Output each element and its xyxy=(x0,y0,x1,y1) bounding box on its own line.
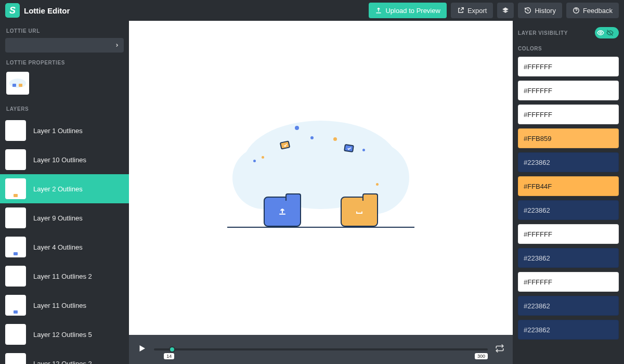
color-swatch[interactable]: #FFFFFF xyxy=(518,81,619,100)
layers-list: Layer 1 OutlinesLayer 10 OutlinesLayer 2… xyxy=(0,116,129,364)
color-swatch[interactable]: #223862 xyxy=(518,200,619,220)
layer-thumbnail xyxy=(5,237,26,257)
layer-thumbnail xyxy=(5,149,26,170)
layer-item[interactable]: Layer 10 Outlines xyxy=(0,145,129,174)
layers-icon xyxy=(502,7,509,14)
color-swatch[interactable]: #FFFFFF xyxy=(518,272,619,292)
preview-canvas[interactable] xyxy=(129,21,513,335)
color-swatch[interactable]: #223862 xyxy=(518,296,619,316)
layer-label: Layer 12 Outlines 5 xyxy=(33,331,92,339)
eye-icon xyxy=(597,29,604,36)
timeline-playhead[interactable] xyxy=(169,346,175,353)
layer-label: Layer 2 Outlines xyxy=(33,185,83,193)
layer-thumbnail xyxy=(5,353,26,364)
svg-point-1 xyxy=(9,79,26,88)
upload-icon xyxy=(375,7,382,14)
eye-off-icon xyxy=(606,29,614,36)
layer-item[interactable]: Layer 1 Outlines xyxy=(0,116,129,145)
layers-button[interactable] xyxy=(497,3,514,18)
svg-rect-3 xyxy=(19,84,22,87)
loop-button[interactable] xyxy=(495,344,504,355)
color-swatch[interactable]: #223862 xyxy=(518,248,619,268)
folder-orange xyxy=(341,197,378,227)
timeline: 14 300 xyxy=(129,335,513,364)
sidebar-right: LAYER VISIBILITY COLORS #FFFFFF#FFFFFF#F… xyxy=(513,21,624,364)
layer-label: Layer 1 Outlines xyxy=(33,127,83,135)
layer-item[interactable]: Layer 11 Outlines 2 xyxy=(0,262,129,291)
visibility-toggle[interactable] xyxy=(595,27,619,38)
color-swatch[interactable]: #FFFFFF xyxy=(518,224,619,244)
layer-label: Layer 11 Outlines 2 xyxy=(33,272,92,280)
layer-item[interactable]: Layer 2 Outlines xyxy=(0,174,129,203)
end-frame-badge: 300 xyxy=(475,353,488,359)
layer-thumbnail xyxy=(5,266,26,287)
play-button[interactable] xyxy=(137,344,147,355)
layer-item[interactable]: Layer 9 Outlines xyxy=(0,203,129,232)
current-frame-badge: 14 xyxy=(164,353,174,359)
layer-label: Layer 12 Outlines 2 xyxy=(33,360,92,365)
color-swatch[interactable]: #223862 xyxy=(518,320,619,340)
history-icon xyxy=(524,7,531,14)
layer-thumbnail xyxy=(5,207,26,228)
chevron-right-icon xyxy=(114,43,120,48)
sidebar-left: LOTTIE URL LOTTIE PROPERTIES LAYERS Laye… xyxy=(0,21,129,364)
layer-item[interactable]: Layer 12 Outlines 5 xyxy=(0,320,129,349)
folder-blue xyxy=(264,197,301,227)
lottie-url-input[interactable] xyxy=(5,38,124,53)
color-swatch[interactable]: #223862 xyxy=(518,152,619,172)
layer-item[interactable]: Layer 11 Outlines xyxy=(0,291,129,320)
app-logo: S xyxy=(5,3,20,18)
color-swatch[interactable]: #FFB44F xyxy=(518,176,619,196)
visibility-label: LAYER VISIBILITY xyxy=(518,30,568,36)
svg-rect-2 xyxy=(12,84,16,87)
colors-label: COLORS xyxy=(518,46,619,51)
colors-list: #FFFFFF#FFFFFF#FFFFFF#FFB859#223862#FFB4… xyxy=(518,57,619,340)
layer-item[interactable]: Layer 4 Outlines xyxy=(0,232,129,262)
export-icon xyxy=(457,7,464,14)
properties-thumbnail[interactable] xyxy=(6,72,29,95)
url-section-label: LOTTIE URL xyxy=(0,21,129,38)
history-button[interactable]: History xyxy=(518,3,562,18)
layer-item[interactable]: Layer 12 Outlines 2 xyxy=(0,349,129,364)
layer-thumbnail xyxy=(5,295,26,316)
help-icon xyxy=(573,7,580,14)
export-button[interactable]: Export xyxy=(451,3,493,18)
layer-label: Layer 4 Outlines xyxy=(33,243,83,251)
canvas-area: 14 300 xyxy=(129,21,513,364)
upload-button[interactable]: Upload to Preview xyxy=(369,3,447,18)
color-swatch[interactable]: #FFFFFF xyxy=(518,57,619,76)
props-section-label: LOTTIE PROPERTIES xyxy=(0,53,129,70)
color-swatch[interactable]: #FFB859 xyxy=(518,128,619,148)
timeline-track[interactable]: 14 300 xyxy=(154,342,488,357)
feedback-button[interactable]: Feedback xyxy=(566,3,619,18)
layer-thumbnail xyxy=(5,324,26,345)
layer-thumbnail xyxy=(5,178,26,199)
layer-thumbnail xyxy=(5,120,26,141)
layer-label: Layer 11 Outlines xyxy=(33,302,86,309)
topbar: S Lottie Editor Upload to Preview Export… xyxy=(0,0,624,21)
svg-point-4 xyxy=(600,32,602,34)
layers-section-label: LAYERS xyxy=(0,99,129,116)
color-swatch[interactable]: #FFFFFF xyxy=(518,105,619,124)
layer-label: Layer 9 Outlines xyxy=(33,214,83,222)
app-title: Lottie Editor xyxy=(24,6,70,15)
layer-label: Layer 10 Outlines xyxy=(33,156,86,164)
